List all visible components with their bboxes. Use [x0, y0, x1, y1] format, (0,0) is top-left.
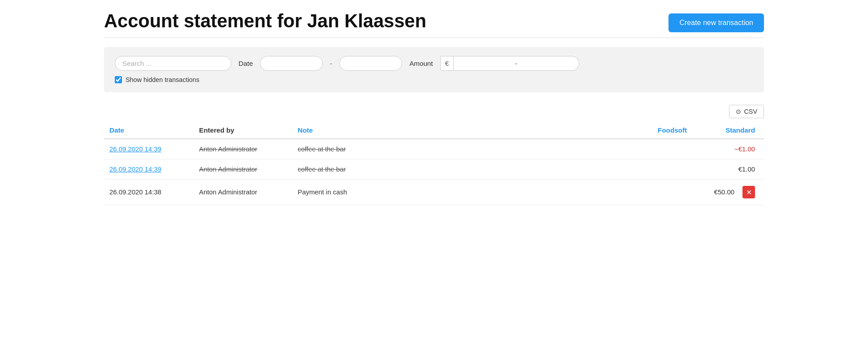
amount-to-input[interactable] [521, 56, 579, 71]
col-header-date[interactable]: Date [104, 123, 194, 139]
filter-row: Date - Amount € - [115, 56, 753, 71]
amount-group: € - [440, 56, 580, 71]
transactions-table: Date Entered by Note Foodsoft Standard 2… [104, 123, 764, 205]
checkbox-row: Show hidden transactions [115, 76, 753, 83]
search-input[interactable] [115, 56, 231, 71]
cell-foodsoft [629, 180, 692, 205]
show-hidden-checkbox[interactable] [115, 76, 122, 83]
table-row: 26.09.2020 14:39Anton Administratorcoffe… [104, 159, 764, 180]
amount-filter-label: Amount [409, 60, 433, 67]
amount-value: −€1.00 [734, 146, 755, 153]
cell-standard: €50.00✕ [692, 180, 764, 205]
col-header-standard[interactable]: Standard [692, 123, 764, 139]
date-from-input[interactable] [260, 56, 323, 71]
date-to-input[interactable] [339, 56, 402, 71]
table-body: 26.09.2020 14:39Anton Administratorcoffe… [104, 139, 764, 205]
cell-entered-by: Anton Administrator [194, 180, 292, 205]
header-row: Account statement for Jan Klaassen Creat… [104, 11, 764, 32]
amount-from-input[interactable] [453, 56, 512, 71]
cell-entered-by: Anton Administrator [194, 139, 292, 159]
cell-foodsoft [629, 159, 692, 180]
cell-date: 26.09.2020 14:39 [104, 159, 194, 180]
amount-value: €1.00 [738, 166, 755, 173]
date-filter-label: Date [239, 60, 253, 67]
amount-value: €50.00 [714, 189, 735, 196]
cell-note: Payment in cash [292, 180, 629, 205]
cell-date: 26.09.2020 14:39 [104, 139, 194, 159]
entered-by-text: Anton Administrator [199, 146, 257, 153]
disc-icon: ⊙ [736, 108, 741, 115]
entered-by-text: Anton Administrator [199, 166, 257, 173]
cell-note: coffee at the bar [292, 139, 629, 159]
date-separator: - [330, 60, 332, 67]
table-row: 26.09.2020 14:39Anton Administratorcoffe… [104, 139, 764, 159]
table-row: 26.09.2020 14:38Anton AdministratorPayme… [104, 180, 764, 205]
cell-standard: −€1.00 [692, 139, 764, 159]
table-header: Date Entered by Note Foodsoft Standard [104, 123, 764, 139]
csv-row: ⊙ CSV [104, 105, 764, 118]
col-header-foodsoft[interactable]: Foodsoft [629, 123, 692, 139]
note-text: coffee at the bar [298, 146, 346, 153]
table-wrapper: Date Entered by Note Foodsoft Standard 2… [104, 123, 764, 205]
delete-transaction-button[interactable]: ✕ [742, 186, 755, 198]
note-text: coffee at the bar [298, 166, 346, 173]
show-hidden-label[interactable]: Show hidden transactions [126, 76, 200, 83]
date-link[interactable]: 26.09.2020 14:39 [109, 166, 161, 173]
page-title: Account statement for Jan Klaassen [104, 11, 426, 31]
filter-panel: Date - Amount € - Show hidden transactio… [104, 47, 764, 92]
date-link[interactable]: 26.09.2020 14:39 [109, 146, 161, 153]
col-header-entered: Entered by [194, 123, 292, 139]
csv-export-button[interactable]: ⊙ CSV [729, 105, 764, 118]
amount-currency-symbol: € [440, 56, 453, 71]
cell-foodsoft [629, 139, 692, 159]
cell-standard: €1.00 [692, 159, 764, 180]
col-header-note[interactable]: Note [292, 123, 629, 139]
cell-entered-by: Anton Administrator [194, 159, 292, 180]
cell-note: coffee at the bar [292, 159, 629, 180]
cell-date: 26.09.2020 14:38 [104, 180, 194, 205]
create-transaction-button[interactable]: Create new transaction [668, 13, 764, 32]
csv-button-label: CSV [744, 108, 757, 115]
header-divider [104, 38, 764, 38]
amount-separator: - [512, 56, 521, 71]
